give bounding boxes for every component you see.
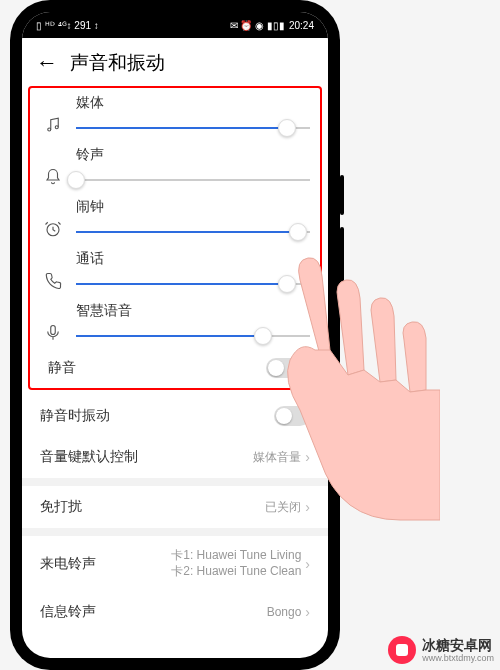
chevron-right-icon: › [305, 604, 310, 620]
ringtone-sim1: 卡1: Huawei Tune Living [171, 548, 301, 564]
slider-ringtone: 铃声 [30, 140, 320, 192]
svg-rect-3 [51, 326, 56, 335]
status-bar: ▯ ᴴᴰ ⁴ᴳ↕ 291 ↕ ✉ ⏰ ◉ ▮▯▮ 20:24 [22, 12, 328, 38]
chevron-right-icon: › [305, 556, 310, 572]
slider-ringtone-track[interactable] [76, 172, 310, 188]
mic-icon [40, 324, 66, 342]
ringtone-sim2: 卡2: Huawei Tune Clean [171, 564, 301, 580]
watermark: 冰糖安卓网 www.btxtdmy.com [388, 636, 494, 664]
setting-value: Bongo [267, 605, 302, 619]
watermark-icon [388, 636, 416, 664]
slider-label: 铃声 [76, 146, 310, 164]
svg-point-0 [48, 128, 51, 131]
setting-label: 来电铃声 [40, 555, 96, 573]
svg-point-1 [55, 126, 58, 129]
status-left-icons: ▯ ᴴᴰ ⁴ᴳ↕ 291 ↕ [36, 20, 99, 31]
bell-icon [40, 168, 66, 186]
status-right-icons: ✉ ⏰ ◉ ▮▯▮ [230, 20, 285, 31]
ringtone-row[interactable]: 来电铃声 卡1: Huawei Tune Living 卡2: Huawei T… [22, 536, 328, 591]
slider-label: 媒体 [76, 94, 310, 112]
status-time: 20:24 [289, 20, 314, 31]
slider-media: 媒体 [30, 88, 320, 140]
setting-label: 静音时振动 [40, 407, 110, 425]
watermark-url: www.btxtdmy.com [422, 654, 494, 663]
back-button[interactable]: ← [36, 52, 58, 74]
music-icon [40, 116, 66, 134]
slider-alarm-track[interactable] [76, 224, 310, 240]
setting-label: 免打扰 [40, 498, 82, 516]
pointing-hand-illustration [260, 240, 440, 540]
slider-label: 闹钟 [76, 198, 310, 216]
phone-icon [40, 272, 66, 290]
watermark-name: 冰糖安卓网 [422, 638, 494, 652]
mute-label: 静音 [48, 359, 76, 377]
header: ← 声音和振动 [22, 38, 328, 86]
setting-label: 音量键默认控制 [40, 448, 138, 466]
setting-label: 信息铃声 [40, 603, 96, 621]
slider-media-track[interactable] [76, 120, 310, 136]
clock-icon [40, 220, 66, 238]
page-title: 声音和振动 [70, 50, 165, 76]
slider-alarm: 闹钟 [30, 192, 320, 244]
sms-tone-row[interactable]: 信息铃声 Bongo › [22, 591, 328, 625]
